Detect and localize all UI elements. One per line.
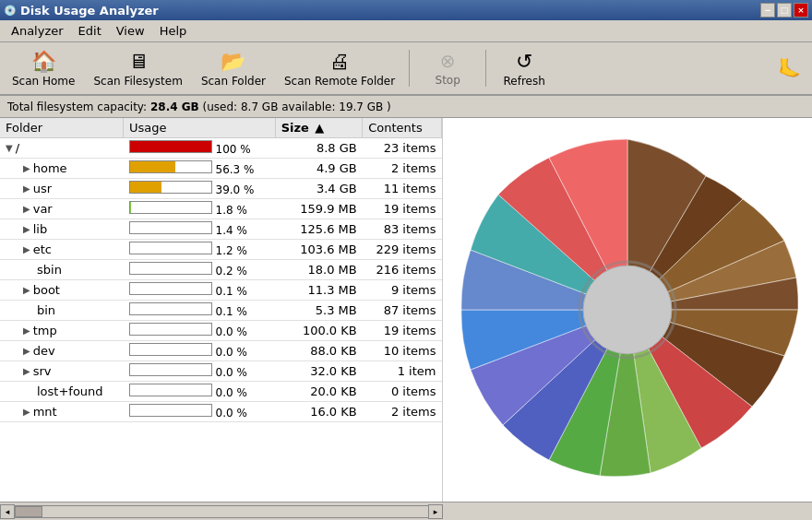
scan-folder-button[interactable]: 📂 Scan Folder <box>193 43 274 93</box>
menu-edit[interactable]: Edit <box>71 22 109 40</box>
expand-arrow-icon[interactable]: ▶ <box>23 244 30 254</box>
expand-arrow-icon[interactable]: ▶ <box>23 285 30 295</box>
usage-bar-container <box>129 384 212 396</box>
folder-name: ▶boot <box>6 283 118 297</box>
usage-percent: 56.3 % <box>216 163 255 176</box>
size-cell: 88.0 KB <box>275 341 363 361</box>
svg-point-1 <box>583 266 672 354</box>
scan-filesystem-button[interactable]: 🖥 Scan Filesystem <box>85 43 190 93</box>
col-contents[interactable]: Contents <box>363 118 442 138</box>
table-row[interactable]: ▶dev0.0 %88.0 KB10 items <box>0 341 442 361</box>
contents-cell: 11 items <box>363 179 442 199</box>
expand-arrow-icon[interactable]: ▶ <box>23 325 30 336</box>
usage-percent: 1.8 % <box>216 204 247 217</box>
scroll-left-btn[interactable]: ◂ <box>0 504 15 519</box>
usage-cell: 0.0 % <box>124 361 276 382</box>
refresh-button[interactable]: ↺ Refresh <box>492 43 556 93</box>
usage-percent: 39.0 % <box>216 183 255 196</box>
maximize-button[interactable]: □ <box>777 3 792 18</box>
window-controls[interactable]: − □ × <box>760 3 808 18</box>
usage-bar <box>130 161 175 172</box>
table-row[interactable]: ▶etc1.2 %103.6 MB229 items <box>0 240 442 260</box>
chart-area <box>443 118 812 502</box>
usage-cell: 1.4 % <box>124 219 276 240</box>
usage-bar-container <box>129 181 212 194</box>
folder-name: ▶mnt <box>6 405 118 419</box>
size-cell: 20.0 KB <box>275 382 363 402</box>
usage-percent: 0.0 % <box>216 366 247 379</box>
expand-arrow-icon[interactable]: ▶ <box>23 183 30 194</box>
scan-remote-folder-button[interactable]: 🖨 Scan Remote Folder <box>276 43 403 93</box>
usage-bar-container <box>129 160 212 173</box>
menu-analyzer[interactable]: Analyzer <box>4 22 71 40</box>
menu-view[interactable]: View <box>109 22 152 40</box>
usage-percent: 0.0 % <box>216 346 247 359</box>
file-list[interactable]: Folder Usage Size ▲ Contents ▼/100 %8.8 … <box>0 118 443 502</box>
folder-label: bin <box>37 303 55 317</box>
usage-bar-container <box>129 221 212 234</box>
table-row[interactable]: bin0.1 %5.3 MB87 items <box>0 301 442 321</box>
filesystem-icon: 🖥 <box>128 50 149 73</box>
col-usage[interactable]: Usage <box>124 118 276 138</box>
usage-cell: 1.2 % <box>124 240 276 260</box>
table-row[interactable]: ▶usr39.0 %3.4 GB11 items <box>0 179 442 199</box>
h-scrollbar[interactable] <box>15 505 428 518</box>
table-row[interactable]: ▶var1.8 %159.9 MB19 items <box>0 199 442 219</box>
scroll-thumb[interactable] <box>15 506 42 517</box>
expand-arrow-icon[interactable]: ▶ <box>23 204 30 214</box>
contents-cell: 229 items <box>363 240 442 260</box>
stop-label: Stop <box>436 74 460 87</box>
table-row[interactable]: ▶home56.3 %4.9 GB2 items <box>0 159 442 179</box>
folder-name: ▶usr <box>6 182 118 195</box>
table-row[interactable]: ▼/100 %8.8 GB23 items <box>0 138 442 159</box>
home-icon: 🏠 <box>31 50 56 73</box>
folder-name: lost+found <box>6 384 118 398</box>
scan-home-button[interactable]: 🏠 Scan Home <box>4 43 83 93</box>
usage-percent: 0.0 % <box>216 386 247 399</box>
folder-table: Folder Usage Size ▲ Contents ▼/100 %8.8 … <box>0 118 442 422</box>
minimize-button[interactable]: − <box>760 3 775 18</box>
stop-button[interactable]: ⊗ Stop <box>415 43 480 93</box>
size-cell: 11.3 MB <box>275 280 363 301</box>
menu-help[interactable]: Help <box>152 22 195 40</box>
folder-name: bin <box>6 303 118 317</box>
app-icon: 💿 <box>4 5 17 17</box>
folder-label: sbin <box>37 263 62 277</box>
usage-cell: 0.0 % <box>124 321 276 341</box>
expand-arrow-icon[interactable]: ▶ <box>23 407 30 417</box>
usage-cell: 0.2 % <box>124 260 276 280</box>
expand-arrow-icon[interactable]: ▼ <box>6 143 13 153</box>
table-row[interactable]: lost+found0.0 %20.0 KB0 items <box>0 382 442 402</box>
expand-arrow-icon[interactable]: ▶ <box>23 346 30 356</box>
usage-cell: 0.0 % <box>124 341 276 361</box>
folder-name: ▶tmp <box>6 324 118 337</box>
table-row[interactable]: ▶boot0.1 %11.3 MB9 items <box>0 280 442 301</box>
col-folder[interactable]: Folder <box>0 118 124 138</box>
folder-label: usr <box>33 182 52 195</box>
scroll-right-btn[interactable]: ▸ <box>428 504 443 519</box>
window-title: Disk Usage Analyzer <box>20 4 159 18</box>
size-cell: 18.0 MB <box>275 260 363 280</box>
folder-label: lost+found <box>37 384 103 398</box>
gnome-logo: 🦶 <box>770 57 808 79</box>
col-size[interactable]: Size ▲ <box>275 118 363 138</box>
table-header: Folder Usage Size ▲ Contents <box>0 118 442 138</box>
table-row[interactable]: ▶tmp0.0 %100.0 KB19 items <box>0 321 442 341</box>
table-row[interactable]: ▶mnt0.0 %16.0 KB2 items <box>0 402 442 422</box>
contents-cell: 0 items <box>363 382 442 402</box>
contents-cell: 19 items <box>363 199 442 219</box>
expand-arrow-icon[interactable]: ▶ <box>23 163 30 173</box>
close-button[interactable]: × <box>794 3 808 18</box>
scan-home-label: Scan Home <box>12 75 75 88</box>
table-row[interactable]: ▶srv0.0 %32.0 KB1 item <box>0 361 442 382</box>
table-row[interactable]: ▶lib1.4 %125.6 MB83 items <box>0 219 442 240</box>
expand-arrow-icon[interactable]: ▶ <box>23 366 30 376</box>
expand-arrow-icon[interactable]: ▶ <box>23 224 30 234</box>
table-row[interactable]: sbin0.2 %18.0 MB216 items <box>0 260 442 280</box>
usage-bar-container <box>129 242 212 254</box>
folder-name: ▶srv <box>6 364 118 378</box>
scan-filesystem-label: Scan Filesystem <box>93 75 182 88</box>
scan-remote-label: Scan Remote Folder <box>284 75 395 88</box>
status-text: Total filesystem capacity: 28.4 GB (used… <box>7 100 391 113</box>
size-cell: 100.0 KB <box>275 321 363 341</box>
